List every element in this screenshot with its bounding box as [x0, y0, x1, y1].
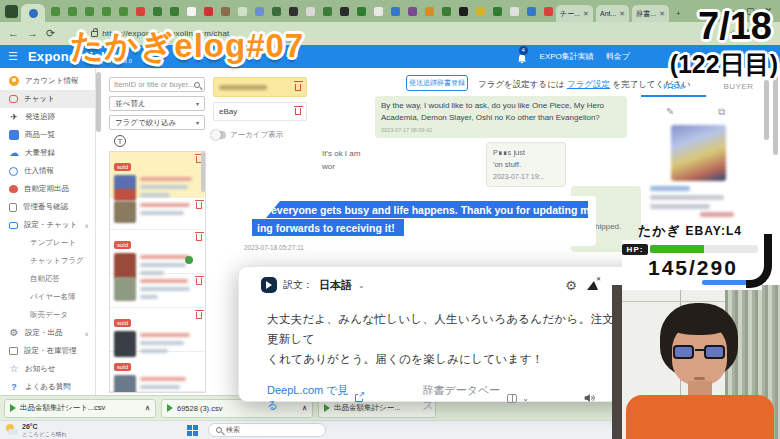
pinned-tab-favicon[interactable]	[85, 7, 94, 16]
browser-logo-icon[interactable]	[5, 5, 18, 18]
pinned-tab-favicon[interactable]	[187, 7, 196, 16]
pinned-tab-favicon[interactable]	[323, 7, 332, 16]
pinned-tab-favicon[interactable]	[221, 7, 230, 16]
deepl-site-link[interactable]: DeepL.com で見る	[267, 383, 363, 413]
pinned-tab-favicon[interactable]	[374, 7, 383, 16]
list-scrollbar[interactable]	[201, 152, 205, 192]
language-caret-icon[interactable]: ⌄	[358, 281, 365, 290]
browser-tab-3[interactable]: 辞書...✕	[632, 5, 669, 22]
sidebar-item-faq[interactable]: ?よくある質問	[0, 378, 95, 396]
pinned-tab-favicon[interactable]	[544, 7, 553, 16]
nav-expo-stats[interactable]: EXPO集計実績	[540, 51, 594, 62]
speaker-icon[interactable]	[583, 391, 597, 405]
pinned-tab-favicon[interactable]	[340, 7, 349, 16]
pinned-tab-favicon[interactable]	[204, 7, 213, 16]
pinned-tab-favicon[interactable]	[153, 7, 162, 16]
settings-gear-icon[interactable]: ⚙	[565, 278, 577, 293]
flag-settings-link[interactable]: フラグ設定	[567, 79, 610, 89]
sidebar-item-settings-listing[interactable]: ⚙設定・出品∨	[0, 324, 95, 342]
browser-tab-1[interactable]: チー...✕	[556, 5, 593, 22]
sort-select[interactable]: 並べ替え▾	[109, 96, 205, 111]
translation-text[interactable]: 大丈夫だよ、みんな忙しいし、人生いろいろあるんだから。注文を更新して くれてあり…	[239, 297, 652, 369]
new-tab-button[interactable]: +	[672, 5, 684, 22]
tab-buyer[interactable]: BUYER	[706, 82, 771, 97]
pinned-tab-favicon[interactable]	[306, 7, 315, 16]
trash-icon[interactable]	[196, 278, 202, 285]
pinned-tab-favicon[interactable]	[442, 7, 451, 16]
pinned-tab-favicon[interactable]	[289, 7, 298, 16]
pinned-tab-favicon[interactable]	[255, 7, 264, 16]
windows-start-button[interactable]	[187, 425, 198, 436]
sidebar-item-news[interactable]: ☆お知らせ	[0, 360, 95, 378]
tab-close-icon[interactable]: ✕	[659, 10, 665, 18]
back-button[interactable]: ←	[8, 28, 19, 39]
pinned-tab-favicon[interactable]	[527, 7, 536, 16]
pinned-tab-favicon[interactable]	[493, 7, 502, 16]
sidebar-item-account[interactable]: アカウント情報	[0, 72, 95, 90]
sidebar-item-auto-reply[interactable]: 自動応答	[0, 270, 95, 288]
pinned-tab-favicon[interactable]	[476, 7, 485, 16]
trash-icon[interactable]	[295, 108, 301, 115]
notification-bell-icon[interactable]: 4	[516, 51, 528, 63]
reload-button[interactable]: ⟳	[46, 28, 55, 39]
pinned-tab-favicon[interactable]	[459, 7, 468, 16]
sidebar-item-auto-listing[interactable]: 自動定期出品	[0, 180, 95, 198]
chat-message-partial[interactable]: It's ok I am wor	[322, 148, 360, 174]
tracking-dictionary-button[interactable]: 発送追跡辞書登録	[406, 75, 468, 91]
copy-panel-icon[interactable]: ⧉	[718, 106, 725, 118]
pinned-tab-favicon[interactable]	[119, 7, 128, 16]
sidebar-item-products[interactable]: 商品一覧	[0, 126, 95, 144]
tab-close-icon[interactable]: ✕	[619, 10, 625, 18]
sidebar-item-chat[interactable]: チャット	[0, 90, 95, 108]
panel-scrollbar[interactable]	[764, 80, 769, 140]
sidebar-item-template[interactable]: テンプレート	[0, 234, 95, 252]
sidebar-item-buyer-list[interactable]: バイヤー名簿	[0, 288, 95, 306]
chat-message-note[interactable]: P∎∎s just 'on stuff. 2023-07-17 19:..	[486, 142, 566, 187]
chat-list-row[interactable]	[110, 198, 205, 230]
download-chip[interactable]: 出品金額集計シート...csv ∧	[4, 399, 156, 418]
selected-text-line2[interactable]: ing forwards to receiving it!	[252, 219, 404, 236]
pinned-tab-favicon[interactable]	[238, 7, 247, 16]
chat-list-row[interactable]: sold	[110, 352, 205, 392]
dictionary-dropdown[interactable]: 辞書データベース⌄	[423, 383, 529, 413]
sidebar-item-tracking[interactable]: ✈発送追跡	[0, 108, 95, 126]
page-scrollbar[interactable]	[773, 70, 778, 155]
tab-close-icon[interactable]: ✕	[583, 10, 589, 18]
flag-filter-select[interactable]: フラグで絞り込み▾	[109, 115, 205, 130]
sidebar-item-bulk[interactable]: ☁大量登録	[0, 144, 95, 162]
selected-text-line1[interactable]: everyone gets busy and life happens. Tha…	[266, 201, 588, 218]
buyer-row-ebay[interactable]: eBay	[213, 102, 307, 121]
sidebar-item-chat-flag[interactable]: チャットフラグ	[0, 252, 95, 270]
chat-message-incoming[interactable]: By the way, I would like to ask, do you …	[375, 96, 627, 138]
sidebar-item-purchase-info[interactable]: 仕入情報	[0, 162, 95, 180]
pinned-tab-favicon[interactable]	[170, 7, 179, 16]
chat-list-row[interactable]	[110, 274, 205, 308]
pinned-tab-favicon[interactable]	[357, 7, 366, 16]
taskbar-weather[interactable]: 26°C ところどころ晴れ	[0, 423, 67, 438]
trash-icon[interactable]	[196, 312, 202, 319]
pinned-tab-favicon[interactable]	[391, 7, 400, 16]
forward-button[interactable]: →	[27, 28, 38, 39]
pinned-tab-favicon[interactable]	[408, 7, 417, 16]
browser-tab-2[interactable]: Ant...✕	[596, 5, 629, 22]
search-input[interactable]: ItemID or title or buyer...	[109, 77, 205, 92]
pin-icon[interactable]	[587, 281, 598, 290]
target-language[interactable]: 日本語	[319, 278, 352, 293]
pinned-tab-favicon[interactable]	[136, 7, 145, 16]
sidebar-scrollbar[interactable]	[96, 72, 101, 132]
pinned-tab-favicon[interactable]	[68, 7, 77, 16]
trash-icon[interactable]	[196, 234, 202, 241]
trash-icon[interactable]	[295, 84, 301, 91]
sidebar-item-id-check[interactable]: 管理番号確認	[0, 198, 95, 216]
product-image[interactable]	[671, 125, 726, 181]
pinned-tab-favicon[interactable]	[272, 7, 281, 16]
taskbar-search[interactable]: 検索	[208, 423, 326, 437]
chat-list-row[interactable]: sold	[110, 152, 205, 198]
pinned-tab-favicon[interactable]	[102, 7, 111, 16]
buyer-row-selected[interactable]	[213, 77, 307, 97]
pinned-tab-favicon[interactable]	[51, 7, 60, 16]
chat-list-row[interactable]: sold	[110, 230, 205, 274]
active-pinned-tab[interactable]	[21, 4, 45, 22]
pinned-tabs[interactable]	[51, 7, 553, 16]
sidebar-item-sales-data[interactable]: 販売データ	[0, 306, 95, 324]
